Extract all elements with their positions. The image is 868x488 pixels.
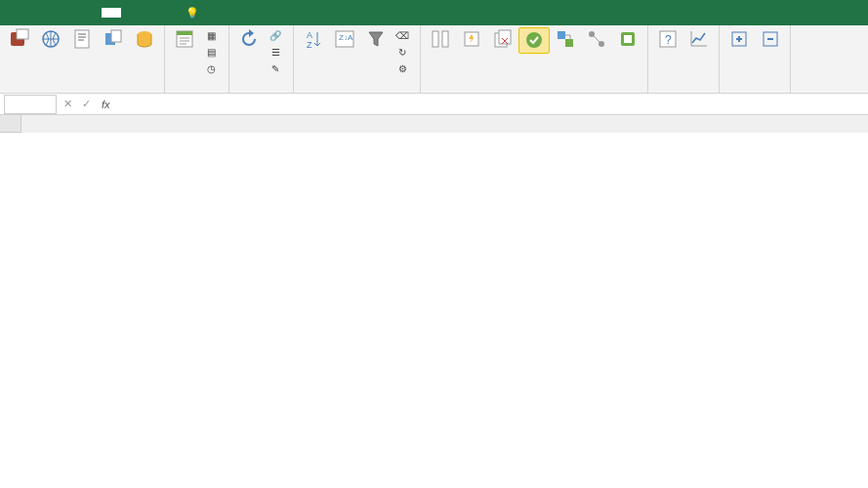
relationships-button[interactable] xyxy=(581,27,612,52)
data-validation-button[interactable] xyxy=(518,27,550,54)
svg-rect-3 xyxy=(75,30,89,48)
svg-text:A: A xyxy=(307,30,312,40)
tab-data[interactable] xyxy=(102,8,121,18)
connections-button[interactable]: 🔗 xyxy=(267,27,287,43)
sort-az-button[interactable]: AZ xyxy=(298,27,329,52)
from-web-button[interactable] xyxy=(35,27,66,52)
group-button[interactable] xyxy=(723,27,755,52)
cancel-icon[interactable]: ✕ xyxy=(59,98,77,110)
forecast-button[interactable] xyxy=(683,27,715,52)
advanced-button[interactable]: ⚙ xyxy=(393,61,414,76)
tab-home[interactable] xyxy=(23,8,43,18)
from-other-button[interactable] xyxy=(98,27,129,52)
tab-pagelayout[interactable] xyxy=(62,8,82,18)
fx-icon[interactable]: fx xyxy=(96,99,116,110)
show-queries-button[interactable]: ▦ xyxy=(202,27,223,43)
tab-file[interactable] xyxy=(4,8,23,18)
reapply-button[interactable]: ↻ xyxy=(393,44,414,60)
svg-rect-24 xyxy=(624,35,632,43)
tab-insert[interactable] xyxy=(43,8,62,18)
data-model-button[interactable] xyxy=(612,27,643,52)
link-icon: 🔗 xyxy=(269,28,282,42)
ungroup-button[interactable] xyxy=(755,27,786,52)
svg-text:?: ? xyxy=(665,33,672,47)
adv-icon: ⚙ xyxy=(395,61,409,75)
table-icon: ▦ xyxy=(204,28,218,42)
svg-text:Z↓A: Z↓A xyxy=(339,33,353,42)
svg-rect-1 xyxy=(17,29,28,39)
tab-view[interactable] xyxy=(141,8,160,18)
svg-text:Z: Z xyxy=(307,40,312,50)
grid-icon: ▤ xyxy=(204,45,218,59)
svg-rect-17 xyxy=(499,30,511,44)
text-to-cols-button[interactable] xyxy=(425,27,456,52)
svg-point-18 xyxy=(526,32,542,48)
tab-review[interactable] xyxy=(121,8,141,18)
svg-rect-14 xyxy=(442,31,448,47)
clear-icon: ⌫ xyxy=(395,28,409,42)
from-access-button[interactable] xyxy=(4,27,35,52)
properties-button[interactable]: ☰ xyxy=(267,44,287,60)
filter-button[interactable] xyxy=(360,27,392,52)
edit-links-button[interactable]: ✎ xyxy=(267,61,287,76)
svg-rect-19 xyxy=(558,31,565,39)
select-all-corner[interactable] xyxy=(0,115,21,133)
clear-filter-button[interactable]: ⌫ xyxy=(393,27,414,43)
tab-formula[interactable] xyxy=(82,8,102,18)
sort-button[interactable]: Z↓A xyxy=(329,27,360,52)
recent-sources-button[interactable]: ◷ xyxy=(202,61,223,76)
refresh-all-button[interactable] xyxy=(233,27,265,52)
props-icon: ☰ xyxy=(269,45,282,59)
formula-bar: ✕ ✓ fx xyxy=(0,94,868,115)
ribbon: ▦ ▤ ◷ 🔗 ☰ ✎ AZ Z↓A ⌫ ↻ ⚙ ? xyxy=(0,25,868,94)
new-query-button[interactable] xyxy=(169,27,200,52)
recent-icon: ◷ xyxy=(204,61,218,75)
svg-rect-8 xyxy=(177,31,192,35)
existing-conn-button[interactable] xyxy=(129,27,160,52)
worksheet-grid[interactable] xyxy=(0,115,868,488)
svg-rect-5 xyxy=(111,30,121,42)
menubar: 💡 xyxy=(0,0,868,25)
tell-me-search[interactable]: 💡 xyxy=(186,7,203,20)
svg-rect-20 xyxy=(565,39,573,47)
whatif-button[interactable]: ? xyxy=(652,27,683,52)
svg-rect-13 xyxy=(433,31,438,47)
consolidate-button[interactable] xyxy=(550,27,581,52)
name-box[interactable] xyxy=(4,95,57,114)
edit-icon: ✎ xyxy=(269,61,282,75)
remove-dup-button[interactable] xyxy=(487,27,518,52)
flash-fill-button[interactable] xyxy=(456,27,487,52)
from-text-button[interactable] xyxy=(66,27,98,52)
accept-icon[interactable]: ✓ xyxy=(77,98,96,110)
tab-addins[interactable] xyxy=(160,8,180,18)
from-table-button[interactable]: ▤ xyxy=(202,44,223,60)
bulb-icon: 💡 xyxy=(186,7,199,20)
reapply-icon: ↻ xyxy=(395,45,409,59)
